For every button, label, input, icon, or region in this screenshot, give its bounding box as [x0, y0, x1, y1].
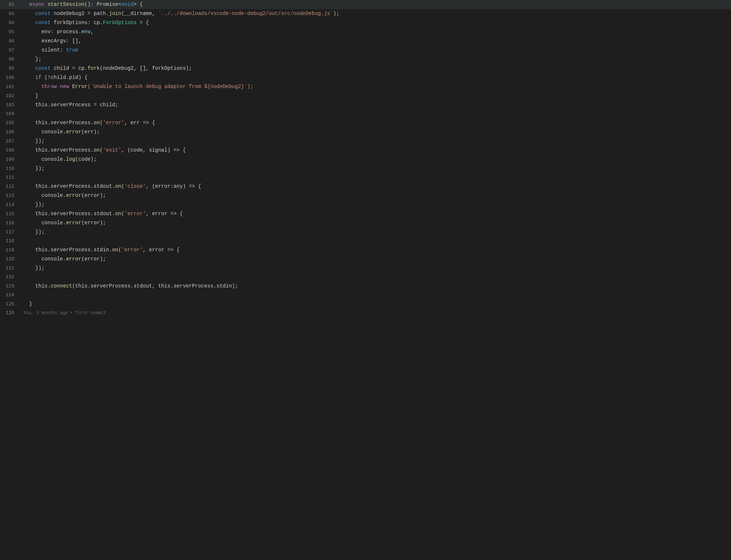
- token: error: [66, 193, 82, 198]
- line-number: 111: [0, 173, 20, 182]
- line-number: 93: [0, 9, 20, 18]
- token: console.: [23, 129, 66, 135]
- token: (: [121, 211, 124, 217]
- line-content: this.serverProcess.on('exit', (code, sig…: [20, 146, 731, 155]
- line-content: }: [20, 300, 731, 308]
- line-number: 107: [0, 137, 20, 146]
- line-number: 106: [0, 128, 20, 137]
- token: , (code, signal) => {: [121, 147, 186, 153]
- token: fork: [87, 65, 100, 71]
- line-number: 95: [0, 28, 20, 37]
- token: this.: [23, 283, 51, 289]
- token: , err => {: [124, 120, 155, 126]
- line-number: 113: [0, 191, 20, 200]
- token: [23, 84, 41, 89]
- token: nodeDebug2 = path.: [51, 11, 109, 16]
- token: });: [23, 265, 45, 271]
- line-number: 120: [0, 255, 20, 264]
- line-number: 99: [0, 64, 20, 73]
- token: [57, 84, 60, 89]
- line-content: });: [20, 200, 731, 209]
- line-content: console.error(err);: [20, 127, 731, 136]
- line-number: 96: [0, 37, 20, 46]
- token: };: [23, 56, 41, 62]
- line-number: 119: [0, 246, 20, 255]
- token: });: [23, 165, 45, 171]
- token: const: [35, 65, 51, 71]
- line-content: async startSession(): Promise<void> {: [20, 0, 731, 9]
- line-number: 123: [0, 282, 20, 291]
- token: (`Unable to launch debug adapter from ${…: [87, 84, 253, 89]
- line-content: });: [20, 137, 731, 145]
- line-content: this.serverProcess.stdout.on('close', (e…: [20, 182, 731, 191]
- line-content: const nodeDebug2 = path.join(__dirname, …: [20, 9, 731, 18]
- token: , error => {: [143, 247, 180, 253]
- line-number: 103: [0, 101, 20, 110]
- code-line: 124: [0, 291, 731, 300]
- git-commit: first commit: [75, 309, 106, 317]
- code-line: 93 const nodeDebug2 = path.join(__dirnam…: [0, 9, 731, 18]
- code-line: 103 this.serverProcess = child;: [0, 100, 731, 110]
- token: on: [112, 247, 118, 253]
- token: env: [82, 29, 91, 35]
- code-line: 123 this.connect(this.serverProcess.stdo…: [0, 282, 731, 291]
- line-number: 118: [0, 237, 20, 245]
- line-number: 122: [0, 273, 20, 282]
- token: on: [115, 183, 121, 189]
- code-line: 111: [0, 173, 731, 182]
- git-dot: •: [70, 309, 72, 317]
- line-content: this.serverProcess.stdout.on('error', er…: [20, 209, 731, 218]
- code-line: 107 });: [0, 137, 731, 146]
- line-number: 125: [0, 300, 20, 309]
- code-line: 106 console.error(err);: [0, 127, 731, 137]
- token: [23, 11, 35, 16]
- token: (__dirname,: [121, 11, 158, 16]
- token: forkOptions: cp.: [51, 20, 103, 26]
- code-line: 96 execArgv: [],: [0, 37, 731, 46]
- line-number: 114: [0, 201, 20, 209]
- token: on: [94, 120, 100, 126]
- code-line: 121 });: [0, 264, 731, 273]
- line-content: this.serverProcess = child;: [20, 100, 731, 109]
- code-line: 115 this.serverProcess.stdout.on('error'…: [0, 209, 731, 218]
- token: env: process.: [23, 29, 82, 35]
- token: (: [121, 183, 124, 189]
- token: (: [118, 247, 121, 253]
- code-line: 101 throw new Error(`Unable to launch de…: [0, 82, 731, 91]
- line-content: });: [20, 228, 731, 236]
- code-line: 125 }: [0, 300, 731, 309]
- line-number: 101: [0, 83, 20, 91]
- code-line: 122: [0, 273, 731, 282]
- line-number: 97: [0, 46, 20, 55]
- code-line: 120 console.error(error);: [0, 255, 731, 264]
- code-line: 105 this.serverProcess.on('error', err =…: [0, 118, 731, 127]
- line-content: console.error(error);: [20, 255, 731, 263]
- code-line: 95 env: process.env,: [0, 27, 731, 37]
- token: silent:: [23, 47, 66, 53]
- token: this.serverProcess.: [23, 147, 94, 153]
- token: ,: [91, 29, 94, 35]
- line-content: const forkOptions: cp.ForkOptions = {: [20, 18, 731, 27]
- code-line: 92 async startSession(): Promise<void> {: [0, 0, 731, 9]
- token: 'close': [124, 183, 146, 189]
- code-line: 100 if (!child.pid) {: [0, 73, 731, 82]
- line-number: 110: [0, 164, 20, 173]
- line-content: console.error(error);: [20, 218, 731, 227]
- token: if: [35, 75, 42, 80]
- line-number: 115: [0, 210, 20, 218]
- line-number: 117: [0, 228, 20, 237]
- token: 'exit': [103, 147, 121, 153]
- token: log: [66, 156, 75, 162]
- code-line: 108 this.serverProcess.on('exit', (code,…: [0, 146, 731, 155]
- token: throw: [41, 84, 57, 89]
- code-line: 118: [0, 237, 731, 245]
- token: void: [121, 1, 134, 7]
- token: });: [23, 229, 45, 235]
- line-content: env: process.env,: [20, 27, 731, 36]
- git-blame: You, 3 months ago•first commit: [20, 309, 106, 317]
- line-number: 105: [0, 119, 20, 127]
- code-line: 114 });: [0, 200, 731, 209]
- code-line: 113 console.error(error);: [0, 191, 731, 200]
- line-number: 102: [0, 92, 20, 100]
- token: child = cp.: [51, 65, 88, 71]
